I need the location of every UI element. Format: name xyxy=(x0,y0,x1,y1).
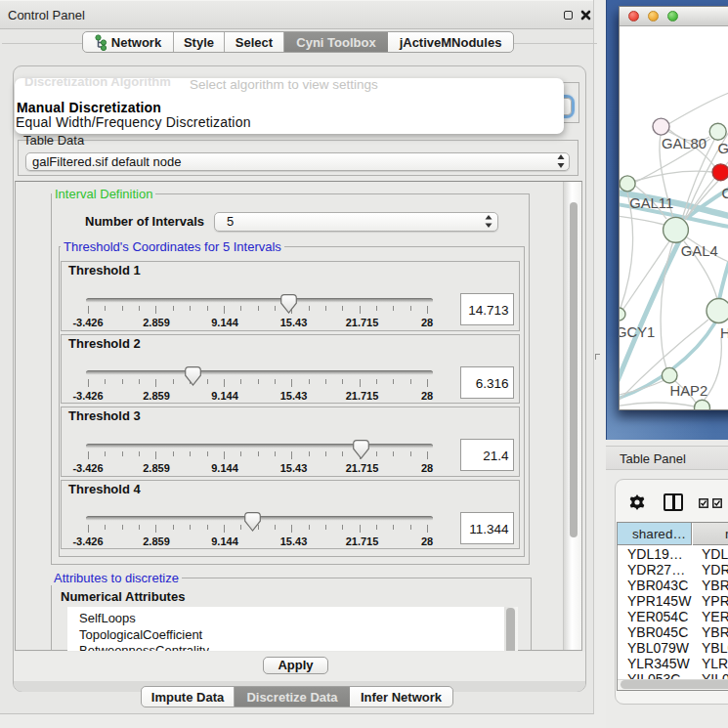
svg-text:GCY1: GCY1 xyxy=(620,324,655,340)
svg-text:H: H xyxy=(720,325,728,341)
svg-text:GA: GA xyxy=(717,141,728,156)
svg-text:C: C xyxy=(722,186,728,201)
svg-text:GAL4: GAL4 xyxy=(681,243,718,259)
svg-text:GAL80: GAL80 xyxy=(662,136,707,151)
svg-text:HAP2: HAP2 xyxy=(670,383,708,399)
svg-text:GAL11: GAL11 xyxy=(629,195,673,211)
